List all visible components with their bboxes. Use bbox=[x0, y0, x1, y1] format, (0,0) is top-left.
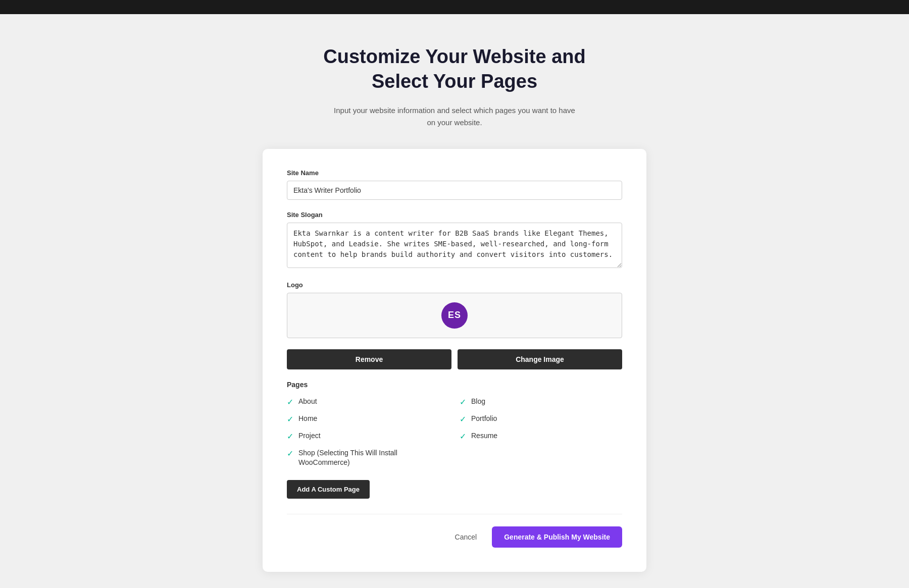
page-subtitle: Input your website information and selec… bbox=[334, 104, 575, 129]
site-slogan-input[interactable]: Ekta Swarnkar is a content writer for B2… bbox=[287, 223, 622, 268]
page-label-home: Home bbox=[298, 414, 317, 424]
page-label-shop: Shop (Selecting This Will Install WooCom… bbox=[298, 448, 449, 468]
check-icon-resume: ✓ bbox=[460, 432, 466, 441]
logo-initials: ES bbox=[448, 310, 461, 320]
page-item-resume: ✓ Resume bbox=[460, 431, 622, 441]
page-title-line1: Customize Your Website and bbox=[323, 46, 585, 67]
site-name-label: Site Name bbox=[287, 169, 622, 177]
page-title: Customize Your Website and Select Your P… bbox=[323, 44, 585, 94]
logo-buttons: Remove Change Image bbox=[287, 349, 622, 369]
add-custom-page-button[interactable]: Add A Custom Page bbox=[287, 480, 370, 499]
site-name-group: Site Name bbox=[287, 169, 622, 200]
page-item-home: ✓ Home bbox=[287, 414, 449, 424]
logo-group: Logo ES bbox=[287, 281, 622, 338]
cancel-button[interactable]: Cancel bbox=[448, 528, 484, 546]
site-name-input[interactable] bbox=[287, 181, 622, 200]
pages-label: Pages bbox=[287, 381, 622, 389]
site-slogan-group: Site Slogan Ekta Swarnkar is a content w… bbox=[287, 211, 622, 270]
page-title-line2: Select Your Pages bbox=[372, 71, 537, 92]
publish-button[interactable]: Generate & Publish My Website bbox=[492, 526, 622, 548]
logo-avatar: ES bbox=[441, 302, 468, 329]
change-image-button[interactable]: Change Image bbox=[458, 349, 622, 369]
subtitle-line2: on your website. bbox=[427, 118, 482, 127]
page-label-blog: Blog bbox=[471, 397, 485, 407]
action-row: Cancel Generate & Publish My Website bbox=[287, 514, 622, 548]
check-icon-about: ✓ bbox=[287, 397, 293, 407]
page-item-project: ✓ Project bbox=[287, 431, 449, 441]
page-label-resume: Resume bbox=[471, 431, 497, 441]
check-icon-blog: ✓ bbox=[460, 397, 466, 407]
site-slogan-label: Site Slogan bbox=[287, 211, 622, 219]
textarea-wrapper: Ekta Swarnkar is a content writer for B2… bbox=[287, 223, 622, 270]
check-icon-shop: ✓ bbox=[287, 449, 293, 458]
pages-grid: ✓ About ✓ Blog ✓ Home ✓ Portfolio ✓ Proj bbox=[287, 397, 622, 468]
page-label-project: Project bbox=[298, 431, 321, 441]
remove-button[interactable]: Remove bbox=[287, 349, 451, 369]
page-item-shop: ✓ Shop (Selecting This Will Install WooC… bbox=[287, 448, 449, 468]
subtitle-line1: Input your website information and selec… bbox=[334, 106, 575, 115]
page-label-about: About bbox=[298, 397, 317, 407]
logo-preview: ES bbox=[287, 293, 622, 338]
check-icon-project: ✓ bbox=[287, 432, 293, 441]
page-item-about: ✓ About bbox=[287, 397, 449, 407]
top-bar bbox=[0, 0, 909, 14]
logo-label: Logo bbox=[287, 281, 622, 289]
page-item-portfolio: ✓ Portfolio bbox=[460, 414, 622, 424]
check-icon-home: ✓ bbox=[287, 414, 293, 424]
page-label-portfolio: Portfolio bbox=[471, 414, 497, 424]
form-card: Site Name Site Slogan Ekta Swarnkar is a… bbox=[263, 149, 646, 572]
page-wrapper: Customize Your Website and Select Your P… bbox=[0, 14, 909, 588]
page-item-blog: ✓ Blog bbox=[460, 397, 622, 407]
check-icon-portfolio: ✓ bbox=[460, 414, 466, 424]
